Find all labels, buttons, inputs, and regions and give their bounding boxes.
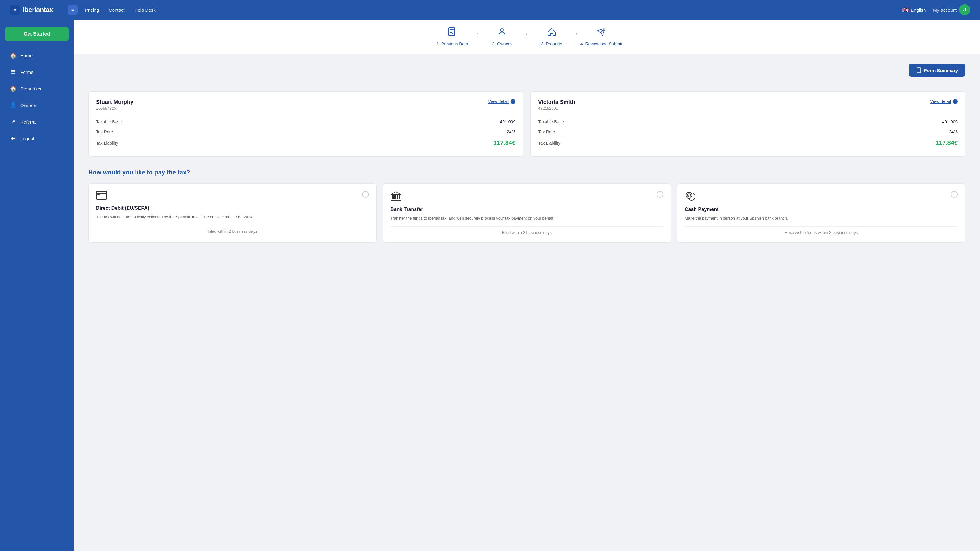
cash-desc: Make the payment in person at your Spani… (685, 215, 958, 221)
owner-0-taxable-base-row: Taxable Base 491.00€ (96, 117, 515, 127)
step-1-label: 1. Previous Data (436, 41, 468, 46)
svg-rect-17 (393, 195, 395, 199)
svg-rect-0 (449, 28, 455, 35)
payment-title: How would you like to pay the tax? (88, 169, 965, 176)
cash-footer: Receive the forms within 2 business days (685, 226, 958, 235)
bank-transfer-radio[interactable] (657, 191, 663, 198)
flag-icon: 🇬🇧 (902, 6, 909, 13)
owner-0-taxable-base-label: Taxable Base (96, 119, 122, 124)
owner-1-id: 43215220z (538, 106, 575, 111)
svg-rect-19 (397, 195, 398, 199)
sidebar-toggle-icon[interactable]: ≡ (68, 5, 78, 15)
nav-contact[interactable]: Contact (109, 7, 125, 13)
sidebar-label-properties: Properties (20, 86, 41, 91)
step-arrow-1: › (476, 30, 478, 43)
app-layout: Get Started 🏠 Home ☰ Forms 🏠 Properties … (0, 20, 980, 551)
payment-card-bank-transfer[interactable]: Bank Transfer Transfer the funds to Iber… (383, 183, 671, 242)
svg-rect-13 (97, 194, 100, 195)
sidebar-item-home[interactable]: 🏠 Home (5, 48, 69, 62)
sidebar-item-forms[interactable]: ☰ Forms (5, 65, 69, 79)
sidebar-item-logout[interactable]: ↩ Logout (5, 131, 69, 145)
owner-1-taxable-base-row: Taxable Base 491.00€ (538, 117, 958, 127)
payment-cash-header: $ (685, 191, 958, 203)
form-summary-label: Form Summary (924, 68, 958, 73)
step-3-icon (547, 27, 557, 39)
direct-debit-radio[interactable] (362, 191, 369, 198)
sidebar-label-home: Home (20, 53, 32, 58)
owner-1-tax-liability-value: 117.84€ (935, 140, 958, 147)
owner-1-name: Victoria Smith (538, 99, 575, 105)
form-summary-button[interactable]: Form Summary (909, 64, 965, 76)
step-arrow-3: › (576, 30, 578, 43)
form-summary-icon (916, 67, 922, 73)
step-arrow-2: › (526, 30, 528, 43)
svg-rect-1 (450, 29, 453, 30)
main-content: 1. Previous Data › 2. Owners › (73, 20, 980, 551)
bank-transfer-name: Bank Transfer (390, 207, 663, 212)
svg-rect-7 (917, 68, 921, 73)
owner-0-info-icon[interactable]: i (511, 99, 515, 104)
referral-icon: ↗ (10, 118, 17, 125)
sidebar-label-logout: Logout (20, 136, 34, 141)
svg-text:$: $ (688, 195, 689, 197)
owner-1-view-detail[interactable]: View detail (930, 99, 951, 104)
owner-0-header: Stuart Murphy Z0555432X View detail i (96, 99, 515, 111)
svg-marker-15 (391, 192, 401, 195)
owner-1-tax-rate-value: 24% (949, 129, 958, 134)
svg-rect-2 (450, 31, 453, 31)
step-3[interactable]: 3. Property (530, 27, 573, 46)
owner-1-tax-liability-label: Tax Liability (538, 141, 560, 146)
home-icon: 🏠 (10, 52, 17, 59)
owner-0-tax-rate-row: Tax Rate 24% (96, 127, 515, 137)
account-button[interactable]: My account J (933, 4, 970, 15)
step-2[interactable]: 2. Owners (480, 27, 523, 46)
sidebar-item-owners[interactable]: 👤 Owners (5, 98, 69, 112)
sidebar-label-forms: Forms (20, 70, 33, 75)
logo[interactable]: ✦ iberiantax (10, 5, 53, 15)
account-avatar: J (959, 4, 970, 15)
direct-debit-icon (96, 191, 107, 202)
owner-1-tax-rate-row: Tax Rate 24% (538, 127, 958, 137)
owner-0-id: Z0555432X (96, 106, 134, 111)
header-right: 🇬🇧 English My account J (902, 4, 970, 15)
get-started-button[interactable]: Get Started (5, 27, 69, 41)
svg-rect-3 (450, 32, 452, 32)
step-3-label: 3. Property (541, 41, 562, 46)
sidebar-item-referral[interactable]: ↗ Referral (5, 115, 69, 129)
cash-name: Cash Payment (685, 207, 958, 212)
nav: Pricing Contact Help Desk (85, 7, 156, 13)
step-2-label: 2. Owners (492, 41, 512, 46)
sidebar-label-owners: Owners (20, 103, 36, 108)
owners-icon: 👤 (10, 102, 17, 108)
language-selector[interactable]: 🇬🇧 English (902, 6, 926, 13)
step-1[interactable]: 1. Previous Data (431, 27, 474, 46)
step-1-icon (447, 27, 457, 39)
sidebar-item-properties[interactable]: 🏠 Properties (5, 81, 69, 96)
direct-debit-footer: Filed within 2 business days (96, 225, 369, 234)
owner-1-taxable-base-label: Taxable Base (538, 119, 564, 124)
owner-0-tax-rate-label: Tax Rate (96, 129, 113, 134)
forms-icon: ☰ (10, 68, 17, 75)
owner-cards: Stuart Murphy Z0555432X View detail i Ta… (88, 91, 965, 157)
step-4[interactable]: 4. Review and Submit (580, 27, 623, 46)
owner-0-name: Stuart Murphy (96, 99, 134, 105)
owner-0-view-detail[interactable]: View detail (488, 99, 509, 104)
owner-1-info-icon[interactable]: i (953, 99, 958, 104)
nav-help-desk[interactable]: Help Desk (135, 7, 156, 13)
nav-pricing[interactable]: Pricing (85, 7, 99, 13)
step-4-label: 4. Review and Submit (581, 41, 622, 46)
properties-icon: 🏠 (10, 85, 17, 92)
svg-rect-18 (395, 195, 396, 199)
payment-card-direct-debit[interactable]: Direct Debit (EU/SEPA) The tax will be a… (88, 183, 377, 242)
cash-radio[interactable] (951, 191, 958, 198)
sidebar: Get Started 🏠 Home ☰ Forms 🏠 Properties … (0, 20, 73, 551)
payment-card-cash[interactable]: $ Cash Payment Make the payment in perso… (677, 183, 965, 242)
owner-1-taxable-base-value: 491.00€ (942, 119, 958, 124)
step-2-icon (497, 27, 507, 39)
owner-0-tax-liability-row: Tax Liability 117.84€ (96, 137, 515, 149)
owner-0-tax-rate-value: 24% (507, 129, 515, 134)
owner-0-tax-liability-label: Tax Liability (96, 141, 118, 146)
owner-card-1: Victoria Smith 43215220z View detail i T… (530, 91, 965, 157)
owner-1-tax-liability-row: Tax Liability 117.84€ (538, 137, 958, 149)
direct-debit-name: Direct Debit (EU/SEPA) (96, 205, 369, 211)
